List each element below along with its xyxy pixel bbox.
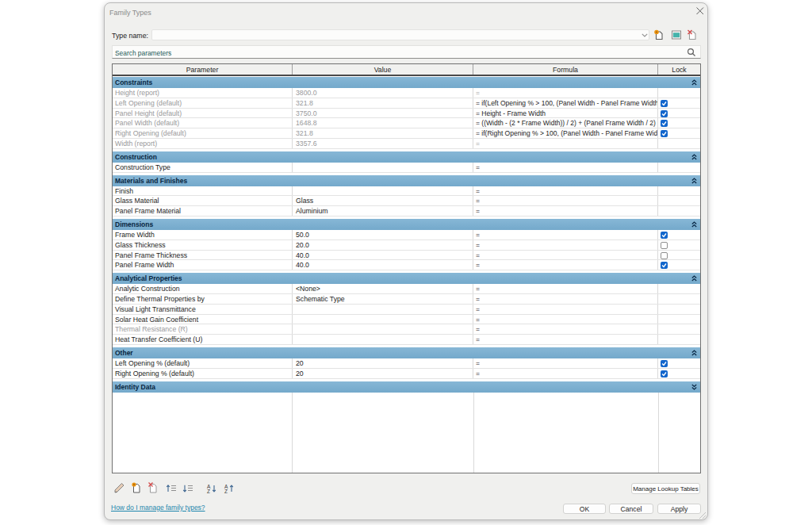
svg-text:Z: Z [224, 489, 228, 494]
svg-text:Z: Z [207, 489, 210, 494]
